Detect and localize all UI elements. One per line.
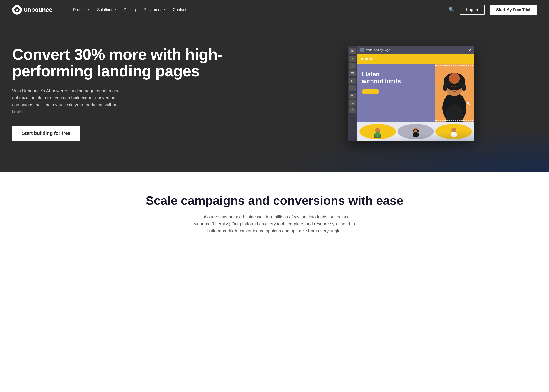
mock-editor: ▣ ⊞ T 🖼 ▶ ≡ ☰ ◎ </> 👤 Your Landing Page … [348,46,474,141]
scale-section: Scale campaigns and conversions with eas… [0,172,549,252]
person-image [435,64,474,122]
editor-thumbnails [357,122,474,141]
hero-right: ▣ ⊞ T 🖼 ▶ ≡ ☰ ◎ </> 👤 Your Landing Page … [285,46,537,141]
nav-item-solutions[interactable]: Solutions ▾ [97,8,116,12]
editor-icon-form: ≡ [349,85,356,91]
logo-wordmark: unbounce [24,6,52,13]
start-trial-button[interactable]: Start My Free Trial [490,5,537,15]
search-icon: 🔍 [449,7,454,13]
editor-icon-image: 🖼 [349,70,356,77]
editor-text-area: Listenwithout limits [357,64,435,122]
editor-image-area [435,64,474,122]
editor-content: Listenwithout limits [357,54,474,141]
editor-icon-video: ◎ [349,100,356,106]
search-button[interactable]: 🔍 [449,7,454,13]
svg-point-20 [451,132,457,137]
editor-body: Listenwithout limits [357,64,474,122]
nav-right: 🔍 Log In Start My Free Trial [449,5,537,15]
editor-icon-nav: ☰ [349,92,356,99]
scale-body: Unbounce has helped businesses turn bill… [192,213,357,234]
thumb-1 [359,124,396,139]
handle-br [472,119,474,121]
editor-icon-code: </> [349,107,356,113]
handle-tl [435,65,437,66]
chevron-down-icon: ▾ [164,8,165,11]
chevron-down-icon: ▾ [115,8,116,11]
editor-icon-layout: ▣ [349,48,356,54]
svg-point-19 [451,128,456,133]
nav-menu: Product ▾ Solutions ▾ Pricing Resources … [61,0,198,20]
thumb-2 [398,124,434,139]
svg-rect-17 [417,130,419,132]
handle-tr [472,65,474,66]
navigation: ⊘ unbounce Product ▾ Solutions ▾ Pricing… [0,0,549,20]
svg-rect-7 [462,85,466,91]
svg-point-15 [413,132,419,137]
editor-page-label: Your Landing Page [366,48,390,52]
hero-cta-button[interactable]: Start building for free [12,126,80,141]
svg-text:⊘: ⊘ [16,8,18,12]
editor-sidebar: ▣ ⊞ T 🖼 ▶ ≡ ☰ ◎ </> [348,46,357,141]
editor-main: 👤 Your Landing Page ⊘ Listenwithout limi… [357,46,474,141]
nav-item-resources[interactable]: Resources ▾ [144,8,165,12]
nav-left: ⊘ unbounce Product ▾ Solutions ▾ Pricing… [12,0,198,20]
logo-link[interactable]: ⊘ unbounce [12,5,52,14]
hero-subheadline: With Unbounce's AI-powered landing page … [12,87,130,115]
handle-bl [435,119,437,121]
hero-headline: Convert 30% more with high-performing la… [12,46,276,79]
svg-point-11 [375,128,380,133]
nav-item-pricing[interactable]: Pricing [124,8,136,12]
editor-icon-text: T [349,63,356,69]
editor-icon-media: ▶ [349,78,356,84]
editor-topbar: 👤 Your Landing Page ⊘ [357,46,474,54]
topbar-logo-icon: ⊘ [469,48,472,52]
editor-text-headline: Listenwithout limits [362,71,430,85]
banner-dot-1 [361,58,363,60]
svg-rect-16 [413,130,414,132]
editor-cta-visual [362,89,379,94]
svg-rect-6 [443,85,447,91]
topbar-left: 👤 Your Landing Page [360,48,390,52]
editor-icon-section: ⊞ [349,56,356,62]
chevron-down-icon: ▾ [88,8,89,11]
scale-headline: Scale campaigns and conversions with eas… [12,194,537,207]
logo-icon: ⊘ [12,5,22,14]
hero-left: Convert 30% more with high-performing la… [12,46,285,141]
banner-dot-3 [369,58,372,60]
hero-section: Convert 30% more with high-performing la… [0,20,549,172]
nav-item-product[interactable]: Product ▾ [73,8,89,12]
nav-item-contact[interactable]: Contact [173,8,186,12]
svg-point-12 [374,132,380,137]
login-button[interactable]: Log In [460,5,485,15]
user-avatar: 👤 [360,48,364,52]
banner-dot-2 [365,58,368,60]
thumb-3 [436,124,472,139]
editor-banner [357,54,474,64]
